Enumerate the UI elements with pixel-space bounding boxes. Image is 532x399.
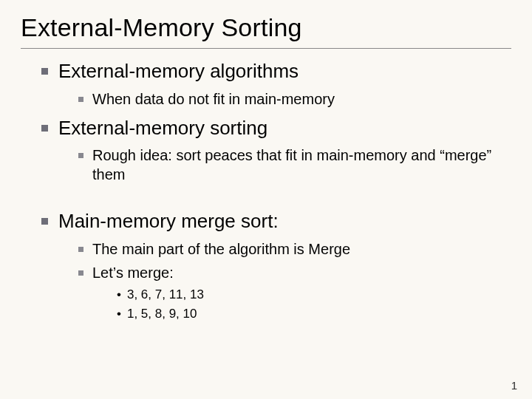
- bullet-text: External-memory algorithms: [58, 59, 299, 83]
- bullet-text: When data do not fit in main-memory: [92, 89, 335, 109]
- bullet-level1: Main-memory merge sort:: [41, 209, 511, 233]
- disc-bullet-icon: •: [117, 306, 121, 323]
- bullet-text: External-memory sorting: [58, 116, 267, 140]
- square-bullet-icon: [41, 68, 48, 75]
- bullet-level1: External-memory algorithms: [41, 59, 511, 83]
- bullet-level2: When data do not fit in main-memory: [78, 89, 511, 109]
- bullet-text: Main-memory merge sort:: [58, 209, 279, 233]
- square-bullet-icon: [78, 247, 83, 252]
- bullet-level2: The main part of the algorithm is Merge: [78, 239, 511, 259]
- square-bullet-icon: [78, 153, 83, 158]
- bullet-level2: Let’s merge:: [78, 263, 511, 282]
- bullet-text: Rough idea: sort peaces that fit in main…: [92, 146, 506, 184]
- square-bullet-icon: [41, 125, 48, 132]
- square-bullet-icon: [78, 97, 83, 102]
- square-bullet-icon: [41, 218, 48, 225]
- bullet-level2: Rough idea: sort peaces that fit in main…: [78, 146, 511, 184]
- slide: External-Memory Sorting External-memory …: [0, 0, 532, 399]
- bullet-text: The main part of the algorithm is Merge: [92, 239, 350, 259]
- bullet-level1: External-memory sorting: [41, 116, 511, 140]
- disc-bullet-icon: •: [117, 287, 121, 304]
- page-number: 1: [511, 379, 517, 392]
- bullet-text: Let’s merge:: [92, 263, 174, 282]
- bullet-level3: • 3, 6, 7, 11, 13: [117, 287, 511, 304]
- title-underline: [21, 48, 511, 49]
- bullet-text: 1, 5, 8, 9, 10: [127, 306, 197, 323]
- slide-title: External-Memory Sorting: [21, 13, 511, 42]
- bullet-text: 3, 6, 7, 11, 13: [127, 287, 204, 304]
- bullet-level3: • 1, 5, 8, 9, 10: [117, 306, 511, 323]
- square-bullet-icon: [78, 270, 83, 276]
